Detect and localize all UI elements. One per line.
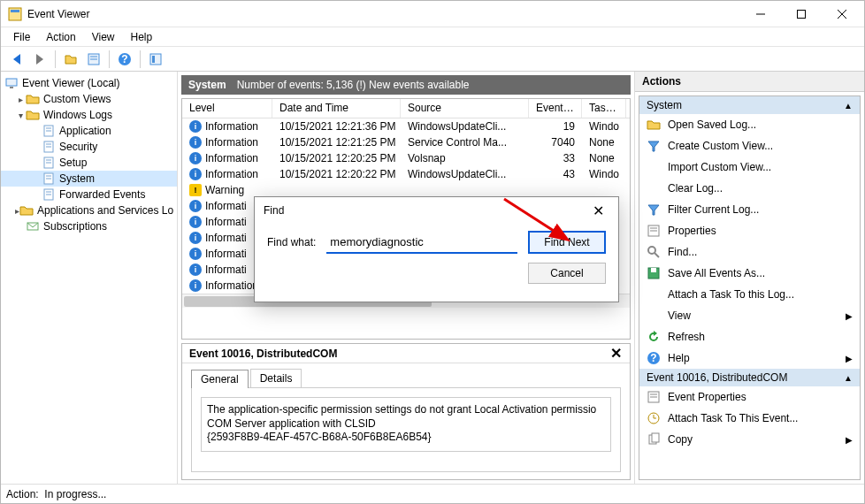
grid-header[interactable]: Level Date and Time Source Event ID Task…	[182, 99, 630, 118]
help-button[interactable]: ?	[114, 49, 135, 70]
menu-action[interactable]: Action	[39, 29, 82, 45]
toolbar: ?	[1, 47, 864, 72]
action-item[interactable]: Properties	[639, 220, 860, 241]
properties-button[interactable]	[83, 49, 104, 70]
svg-marker-19	[27, 111, 39, 119]
titlebar: Event Viewer	[1, 1, 864, 27]
action-label: Copy	[668, 433, 693, 446]
action-item[interactable]: Refresh	[639, 326, 860, 347]
svg-marker-6	[13, 54, 20, 65]
table-row[interactable]: iInformation10/15/2021 12:21:25 PMServic…	[182, 134, 630, 150]
find-input[interactable]	[326, 232, 517, 254]
col-date[interactable]: Date and Time	[272, 99, 401, 118]
action-item[interactable]: Clear Log...	[639, 178, 860, 199]
submenu-arrow-icon: ▶	[846, 311, 853, 321]
svg-rect-14	[150, 54, 161, 65]
open-button[interactable]	[60, 49, 81, 70]
tab-details[interactable]: Details	[250, 369, 302, 387]
tree-item[interactable]: Setup	[1, 155, 177, 171]
menu-view[interactable]: View	[85, 29, 122, 45]
table-row[interactable]: iInformation10/15/2021 12:20:25 PMVolsna…	[182, 150, 630, 166]
action-label: Save All Events As...	[668, 267, 765, 279]
action-item[interactable]: Attach a Task To this Log...	[639, 284, 860, 305]
tree-item-label: System	[59, 172, 95, 185]
tree-item[interactable]: ▾Windows Logs	[1, 107, 177, 123]
action-group-title[interactable]: Event 10016, DistributedCOM▲	[639, 369, 860, 386]
action-item[interactable]: Event Properties	[639, 386, 860, 408]
tab-general[interactable]: General	[191, 370, 249, 388]
find-next-button[interactable]: Find Next	[528, 231, 606, 254]
tree-item[interactable]: System	[1, 171, 177, 187]
info-icon: i	[189, 200, 202, 212]
tree-item-label: Application	[59, 125, 111, 137]
action-label: Open Saved Log...	[668, 118, 756, 131]
col-source[interactable]: Source	[401, 99, 529, 118]
details-text: The application-specific permission sett…	[201, 397, 611, 452]
window-title: Event Viewer	[27, 8, 740, 20]
action-group-title[interactable]: System▲	[639, 96, 860, 114]
preview-button[interactable]	[145, 49, 166, 70]
action-item[interactable]: ?Help▶	[639, 347, 860, 369]
maximize-button[interactable]	[781, 2, 822, 27]
action-label: Help	[668, 352, 690, 364]
svg-marker-38	[648, 141, 659, 151]
details-title: Event 10016, DistributedCOM	[189, 347, 337, 360]
details-close-icon[interactable]: ✕	[609, 345, 623, 362]
action-item[interactable]: Import Custom View...	[639, 157, 860, 178]
svg-rect-1	[11, 10, 19, 12]
blank-icon	[647, 309, 661, 323]
action-item[interactable]: Find...	[639, 241, 860, 263]
close-button[interactable]	[822, 2, 862, 27]
svg-marker-37	[647, 121, 660, 129]
tree-root[interactable]: Event Viewer (Local)	[1, 75, 177, 91]
action-label: Attach Task To This Event...	[668, 412, 798, 424]
info-icon: i	[189, 279, 202, 292]
details-panel: Event 10016, DistributedCOM ✕ General De…	[181, 343, 631, 480]
action-item[interactable]: Create Custom View...	[639, 135, 860, 157]
center-title: System	[188, 79, 226, 91]
tree-item[interactable]: Forwarded Events	[1, 187, 177, 202]
tree-item[interactable]: Security	[1, 139, 177, 155]
svg-text:?: ?	[121, 53, 127, 65]
info-icon: i	[189, 263, 202, 276]
action-label: Properties	[668, 225, 716, 237]
tree-item[interactable]: Subscriptions	[1, 218, 177, 234]
action-label: Import Custom View...	[668, 161, 771, 173]
folder-icon	[19, 203, 34, 218]
find-cancel-button[interactable]: Cancel	[528, 263, 606, 284]
col-level[interactable]: Level	[182, 99, 272, 118]
action-item[interactable]: Save All Events As...	[639, 263, 860, 284]
action-item[interactable]: Open Saved Log...	[639, 114, 860, 135]
table-row[interactable]: iInformation10/15/2021 12:21:36 PMWindow…	[182, 118, 630, 134]
action-item[interactable]: Copy▶	[639, 429, 860, 450]
info-icon: i	[189, 216, 202, 228]
svg-rect-16	[6, 79, 17, 86]
blank-icon	[647, 181, 661, 195]
svg-text:?: ?	[650, 352, 656, 364]
menu-file[interactable]: File	[6, 29, 37, 45]
info-icon: i	[189, 168, 202, 180]
col-task[interactable]: Task Ca	[582, 99, 626, 118]
forward-button[interactable]	[29, 49, 50, 70]
tree-item[interactable]: Application	[1, 123, 177, 139]
tree-twisty[interactable]: ▸	[15, 95, 26, 104]
action-item[interactable]: Attach Task To This Event...	[639, 408, 860, 429]
table-row[interactable]: iInformation10/15/2021 12:20:22 PMWindow…	[182, 166, 630, 182]
svg-point-43	[648, 247, 655, 254]
action-item[interactable]: Filter Current Log...	[639, 199, 860, 220]
svg-rect-3	[798, 10, 806, 18]
menu-help[interactable]: Help	[124, 29, 160, 45]
svg-rect-17	[10, 87, 13, 88]
tree-twisty[interactable]: ▾	[15, 111, 26, 120]
action-item[interactable]: View▶	[639, 305, 860, 326]
col-eventid[interactable]: Event ID	[529, 99, 582, 118]
action-label: View	[668, 309, 691, 322]
submenu-arrow-icon: ▶	[846, 354, 853, 363]
tree-item[interactable]: ▸Custom Views	[1, 91, 177, 107]
blank-icon	[647, 287, 661, 302]
svg-line-44	[654, 253, 659, 257]
minimize-button[interactable]	[740, 2, 781, 27]
tree-item[interactable]: ▸Applications and Services Lo	[1, 202, 177, 218]
back-button[interactable]	[6, 49, 27, 70]
find-close-icon[interactable]: ✕	[586, 199, 609, 222]
